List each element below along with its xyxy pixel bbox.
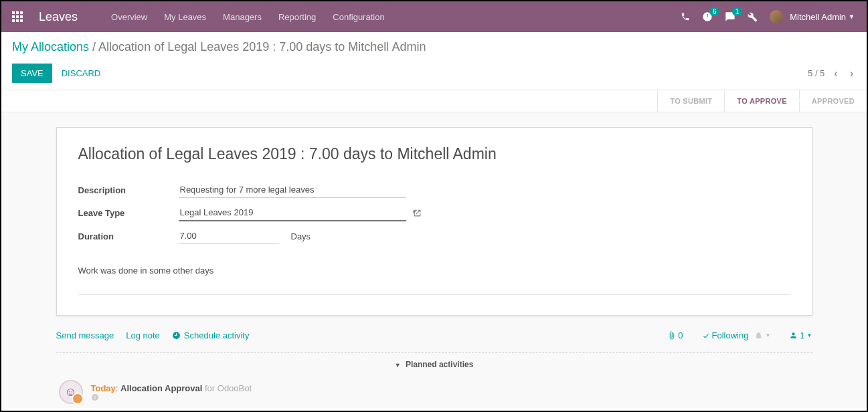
activities-icon[interactable]: 6 bbox=[702, 11, 713, 22]
chevron-down-icon: ▼ bbox=[807, 332, 812, 338]
breadcrumb-current: Allocation of Legal Leaves 2019 : 7.00 d… bbox=[98, 40, 426, 54]
chatter: Send message Log note Schedule activity … bbox=[56, 330, 812, 408]
record-title: Allocation of Legal Leaves 2019 : 7.00 d… bbox=[78, 145, 790, 163]
send-message-button[interactable]: Send message bbox=[56, 330, 114, 340]
planned-activities-header[interactable]: ▼ Planned activities bbox=[56, 353, 812, 376]
nav-configuration[interactable]: Configuration bbox=[333, 12, 384, 22]
leave-type-input[interactable] bbox=[179, 205, 406, 221]
activity-row[interactable]: ☺ Today: Allocation Approval for OdooBot bbox=[56, 376, 812, 408]
svg-rect-2 bbox=[20, 11, 23, 14]
breadcrumb-root[interactable]: My Allocations bbox=[12, 40, 89, 54]
log-note-button[interactable]: Log note bbox=[126, 330, 160, 340]
followers-button[interactable]: 1 ▼ bbox=[789, 330, 812, 340]
pager-prev[interactable]: ‹ bbox=[831, 68, 840, 80]
user-name: Mitchell Admin bbox=[790, 12, 846, 22]
label-leave-type: Leave Type bbox=[78, 208, 179, 218]
nav-overview[interactable]: Overview bbox=[111, 12, 147, 22]
svg-rect-6 bbox=[12, 19, 15, 22]
phone-icon[interactable] bbox=[681, 12, 690, 21]
user-menu[interactable]: Mitchell Admin ▼ bbox=[770, 10, 855, 23]
breadcrumb: My Allocations / Allocation of Legal Lea… bbox=[12, 40, 856, 54]
pager-next[interactable]: › bbox=[847, 68, 856, 80]
svg-rect-5 bbox=[20, 15, 23, 18]
status-to-submit[interactable]: TO SUBMIT bbox=[657, 90, 724, 112]
chevron-down-icon: ▼ bbox=[849, 13, 855, 20]
activities-badge: 6 bbox=[709, 7, 720, 16]
caret-down-icon: ▼ bbox=[395, 362, 401, 369]
attachments-button[interactable]: 0 bbox=[667, 330, 683, 340]
top-navbar: Leaves Overview My Leaves Managers Repor… bbox=[1, 1, 867, 32]
reason-text[interactable]: Work was done in some other days bbox=[78, 266, 790, 276]
svg-rect-3 bbox=[12, 15, 15, 18]
info-icon[interactable] bbox=[91, 393, 256, 401]
svg-rect-4 bbox=[16, 15, 19, 18]
bell-icon[interactable] bbox=[754, 331, 763, 340]
following-button[interactable]: Following ▼ bbox=[702, 330, 771, 340]
debug-icon[interactable] bbox=[748, 12, 758, 22]
label-description: Description bbox=[78, 185, 179, 195]
messages-icon[interactable]: 1 bbox=[725, 11, 735, 22]
attachment-icon bbox=[667, 331, 676, 340]
status-to-approve[interactable]: TO APPROVE bbox=[724, 90, 799, 112]
svg-rect-0 bbox=[12, 11, 15, 14]
navbar-right: 6 1 Mitchell Admin ▼ bbox=[681, 10, 855, 23]
form-sheet: Allocation of Legal Leaves 2019 : 7.00 d… bbox=[56, 127, 812, 316]
duration-unit: Days bbox=[291, 231, 311, 241]
chevron-down-icon: ▼ bbox=[765, 332, 770, 338]
avatar bbox=[770, 10, 783, 23]
duration-input[interactable] bbox=[179, 228, 279, 244]
sheet-divider bbox=[78, 294, 790, 295]
schedule-activity-button[interactable]: Schedule activity bbox=[172, 330, 250, 340]
status-approved[interactable]: APPROVED bbox=[799, 90, 867, 112]
pager-text: 5 / 5 bbox=[808, 68, 824, 78]
nav-my-leaves[interactable]: My Leaves bbox=[164, 12, 206, 22]
svg-rect-7 bbox=[16, 19, 19, 22]
description-input[interactable] bbox=[179, 182, 406, 198]
messages-badge: 1 bbox=[732, 7, 743, 16]
svg-rect-8 bbox=[20, 19, 23, 22]
person-icon bbox=[789, 331, 798, 340]
check-icon bbox=[702, 332, 710, 340]
app-brand[interactable]: Leaves bbox=[39, 10, 78, 24]
nav-managers[interactable]: Managers bbox=[223, 12, 262, 22]
form-area: Allocation of Legal Leaves 2019 : 7.00 d… bbox=[1, 112, 867, 408]
activity-text: Today: Allocation Approval for OdooBot bbox=[91, 383, 256, 401]
save-button[interactable]: SAVE bbox=[12, 64, 52, 83]
control-panel: My Allocations / Allocation of Legal Lea… bbox=[1, 32, 867, 90]
nav-reporting[interactable]: Reporting bbox=[278, 12, 316, 22]
activity-avatar: ☺ bbox=[59, 380, 83, 404]
apps-icon[interactable] bbox=[8, 11, 27, 22]
discard-button[interactable]: DISCARD bbox=[62, 68, 101, 78]
label-duration: Duration bbox=[78, 231, 179, 241]
nav-menu: Overview My Leaves Managers Reporting Co… bbox=[111, 12, 385, 22]
clock-icon bbox=[172, 331, 181, 340]
statusbar: TO SUBMIT TO APPROVE APPROVED bbox=[1, 90, 867, 112]
external-link-icon[interactable] bbox=[413, 209, 422, 217]
svg-rect-1 bbox=[16, 11, 19, 14]
